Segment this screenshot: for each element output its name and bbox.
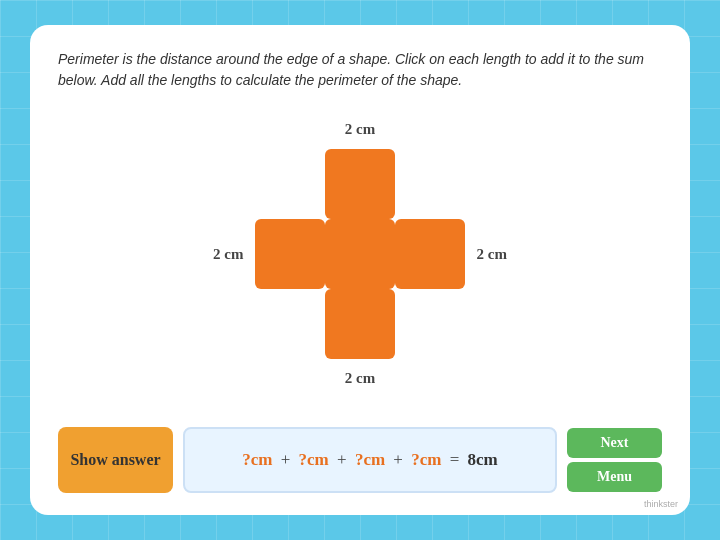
right-buttons: Next Menu bbox=[567, 428, 662, 492]
cell-center-square[interactable] bbox=[325, 219, 395, 289]
menu-button[interactable]: Menu bbox=[567, 462, 662, 492]
show-answer-button[interactable]: Show answer bbox=[58, 427, 173, 493]
cell-top-square[interactable] bbox=[325, 149, 395, 219]
eq-answer: 8cm bbox=[468, 450, 498, 470]
eq-equals: = bbox=[445, 450, 463, 470]
eq-part-4[interactable]: ?cm bbox=[411, 450, 441, 470]
label-bottom: 2 cm bbox=[345, 370, 375, 387]
watermark: thinkster bbox=[644, 499, 678, 509]
equation-box: ?cm + ?cm + ?cm + ?cm = 8cm bbox=[183, 427, 557, 493]
eq-plus-3: + bbox=[389, 450, 407, 470]
cell-right-square[interactable] bbox=[395, 219, 465, 289]
eq-plus-1: + bbox=[276, 450, 294, 470]
cell-r3c3 bbox=[395, 289, 465, 359]
cell-r3c1 bbox=[255, 289, 325, 359]
label-left: 2 cm bbox=[213, 246, 243, 263]
cell-r1c1 bbox=[255, 149, 325, 219]
eq-plus-2: + bbox=[333, 450, 351, 470]
eq-part-3[interactable]: ?cm bbox=[355, 450, 385, 470]
main-card: Perimeter is the distance around the edg… bbox=[30, 25, 690, 515]
eq-part-1[interactable]: ?cm bbox=[242, 450, 272, 470]
cell-r1c3 bbox=[395, 149, 465, 219]
bottom-bar: Show answer ?cm + ?cm + ?cm + ?cm = 8cm … bbox=[58, 425, 662, 495]
cross-shape bbox=[255, 149, 465, 359]
shape-area: 2 cm 2 cm 2 cm 2 cm bbox=[58, 91, 662, 417]
label-right: 2 cm bbox=[477, 246, 507, 263]
cell-left-square[interactable] bbox=[255, 219, 325, 289]
eq-part-2[interactable]: ?cm bbox=[299, 450, 329, 470]
next-button[interactable]: Next bbox=[567, 428, 662, 458]
instruction-text: Perimeter is the distance around the edg… bbox=[58, 49, 662, 91]
label-top: 2 cm bbox=[345, 121, 375, 138]
cross-shape-wrapper: 2 cm 2 cm 2 cm 2 cm bbox=[255, 149, 465, 359]
cell-bottom-square[interactable] bbox=[325, 289, 395, 359]
